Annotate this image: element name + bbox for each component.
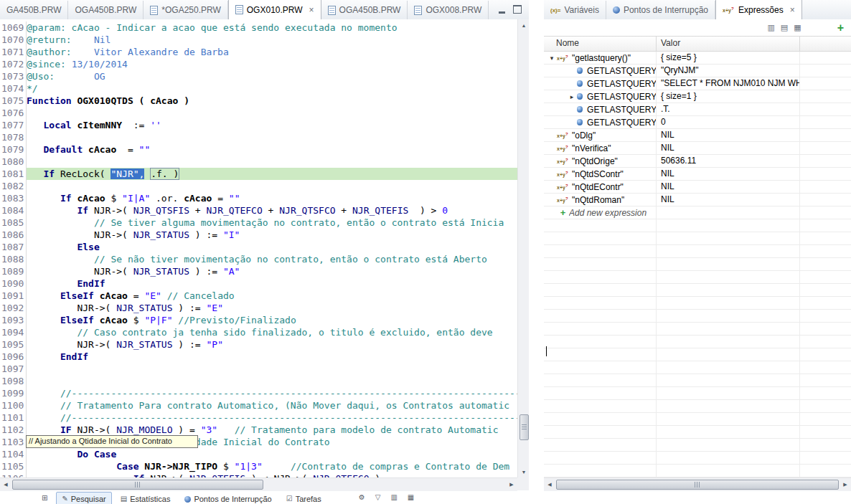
vertical-scroll-thumb[interactable] (519, 414, 529, 440)
line-number[interactable]: 1085 (0, 217, 26, 229)
code-line: Do Case (27, 448, 517, 460)
expander-expanded-icon[interactable]: ▾ (547, 54, 557, 62)
scroll-up-icon[interactable]: ▲ (518, 19, 530, 31)
collapse-all-icon[interactable]: ▤ (781, 24, 788, 32)
line-number[interactable]: 1096 (0, 351, 26, 363)
scroll-down-icon[interactable]: ▼ (518, 466, 530, 477)
add-expression-row[interactable]: Add new expression (544, 206, 851, 219)
line-number[interactable]: 1091 (0, 290, 26, 302)
scroll-right-icon[interactable]: ▶ (840, 479, 851, 490)
expression-row[interactable]: ▾"getlastquery()"{ size=5 } (544, 52, 851, 65)
scroll-left-icon[interactable]: ◀ (544, 479, 555, 490)
line-number[interactable]: 1070 (0, 34, 26, 46)
horizontal-scroll-thumb[interactable] (556, 480, 839, 490)
line-number[interactable]: 1106 (0, 472, 26, 477)
line-number[interactable]: 1086 (0, 229, 26, 241)
add-expression-button[interactable]: + (837, 23, 844, 33)
line-number[interactable]: 1102 (0, 424, 26, 436)
monitor-icon[interactable]: ▦ (408, 494, 414, 501)
expression-row[interactable]: "nQtdOrige"50636.11 (544, 155, 851, 168)
code-editor[interactable]: 1069107010711072107310741075107610771078… (0, 19, 517, 477)
filter-icon[interactable]: ▽ (375, 494, 381, 501)
expression-row[interactable]: GETLASTQUERY("QryNJM" (544, 65, 851, 77)
line-number[interactable]: 1083 (0, 192, 26, 204)
scroll-left-icon[interactable]: ◀ (0, 479, 11, 490)
column-header-valor[interactable]: Valor (657, 37, 800, 51)
line-number[interactable]: 1092 (0, 302, 26, 314)
editor-gutter[interactable]: 1069107010711072107310741075107610771078… (0, 22, 27, 477)
expression-row[interactable]: "nQtdSContr"NIL (544, 168, 851, 181)
line-number[interactable]: 1072 (0, 58, 26, 70)
expression-row[interactable]: ▸GETLASTQUERY({ size=1 } (544, 90, 851, 103)
line-number[interactable]: 1074 (0, 82, 26, 95)
line-number[interactable]: 1103 (0, 436, 26, 448)
bottom-view-tab-tasks[interactable]: ☑Tarefas (281, 492, 327, 504)
expression-row[interactable]: "nVerifica"NIL (544, 142, 851, 155)
expression-row[interactable]: "oDlg"NIL (544, 129, 851, 142)
close-tab-icon[interactable]: × (790, 6, 795, 14)
editor-tab-ga450bprw[interactable]: GA450B.PRW (0, 1, 68, 19)
line-number[interactable]: 1084 (0, 204, 26, 217)
grid-icon: ⊞ (42, 495, 47, 502)
line-number[interactable]: 1076 (0, 107, 26, 119)
editor-tab-oga450bprw[interactable]: OGA450B.PRW (321, 1, 408, 19)
expression-row[interactable]: GETLASTQUERY("SELECT * FROM NJM010 NJM W… (544, 77, 851, 90)
line-number[interactable]: 1100 (0, 399, 26, 412)
line-number[interactable]: 1082 (0, 180, 26, 192)
debug-tab-variables[interactable]: Variáveis (544, 1, 606, 19)
horizontal-scroll-thumb[interactable] (12, 480, 263, 490)
column-header-nome[interactable]: Nome (544, 37, 657, 51)
line-number[interactable]: 1099 (0, 387, 26, 399)
line-number[interactable]: 1097 (0, 363, 26, 375)
line-number[interactable]: 1098 (0, 375, 26, 387)
bottom-view-tab-breakpoint[interactable]: Pontos de Interrupção (179, 492, 277, 504)
line-number[interactable]: 1088 (0, 253, 26, 265)
debug-tab-breakpoint[interactable]: Pontos de Interrupção (606, 1, 715, 19)
expression-row[interactable]: "nQtdEContr"NIL (544, 181, 851, 194)
bottom-view-tab-grid[interactable]: ⊞ (36, 492, 53, 504)
line-number[interactable]: 1093 (0, 314, 26, 326)
expression-row[interactable]: GETLASTQUERY(0 (544, 116, 851, 129)
editor-tab-oga450bprw[interactable]: OGA450B.PRW (68, 1, 144, 19)
gear-icon[interactable]: ⚙ (359, 494, 365, 501)
line-number[interactable]: 1089 (0, 265, 26, 277)
line-number[interactable]: 1069 (0, 22, 26, 34)
minimize-view-button[interactable] (496, 5, 507, 15)
line-number[interactable]: 1094 (0, 326, 26, 338)
line-number[interactable]: 1104 (0, 448, 26, 460)
editor-vertical-scrollbar[interactable]: ▲ ▼ (517, 19, 530, 477)
pane-splitter[interactable] (529, 0, 544, 504)
line-number[interactable]: 1075 (0, 95, 26, 107)
editor-tab-ogx010prw[interactable]: OGX010.PRW× (228, 0, 321, 19)
code-content[interactable]: @param: cAcao - Indicar a acao que está … (27, 22, 517, 477)
bottom-view-tab-list[interactable]: ▤Estatísticas (115, 492, 177, 504)
line-number[interactable]: 1078 (0, 131, 26, 143)
bottom-view-tab-pencil[interactable]: ✎Pesquisar (56, 492, 111, 504)
maximize-view-button[interactable] (512, 5, 523, 15)
line-number[interactable]: 1080 (0, 156, 26, 168)
expression-row[interactable]: GETLASTQUERY(.T. (544, 103, 851, 116)
line-number[interactable]: 1081 (0, 168, 26, 180)
expander-collapsed-icon[interactable]: ▸ (567, 93, 576, 100)
debug-tab-expressions[interactable]: Expressões× (715, 0, 802, 19)
line-number[interactable]: 1090 (0, 277, 26, 290)
line-number[interactable]: 1105 (0, 460, 26, 472)
line-number[interactable]: 1071 (0, 46, 26, 58)
rows-icon[interactable]: ▥ (390, 494, 397, 501)
editor-horizontal-scrollbar[interactable]: ◀ ▶ (0, 477, 517, 491)
line-number[interactable]: 1095 (0, 338, 26, 351)
line-number[interactable]: 1073 (0, 70, 26, 82)
editor-tab-oga250prw[interactable]: *OGA250.PRW (144, 1, 227, 19)
scroll-right-icon[interactable]: ▶ (506, 479, 517, 490)
show-columns-icon[interactable]: ▥ (767, 24, 774, 32)
line-number[interactable]: 1101 (0, 412, 26, 424)
line-number[interactable]: 1079 (0, 143, 26, 156)
line-number[interactable]: 1077 (0, 119, 26, 131)
close-tab-icon[interactable]: × (309, 6, 314, 14)
view-menu-icon[interactable]: ▦ (794, 24, 801, 32)
panel-horizontal-scrollbar[interactable]: ◀ ▶ (544, 477, 851, 491)
expression-row[interactable]: "nQtdRoman"NIL (544, 194, 851, 206)
editor-tab-ogx008prw[interactable]: OGX008.PRW (408, 1, 489, 19)
line-number[interactable]: 1087 (0, 241, 26, 253)
code-line: NJR->( NJR_STATUS ) := "A" (27, 265, 517, 277)
